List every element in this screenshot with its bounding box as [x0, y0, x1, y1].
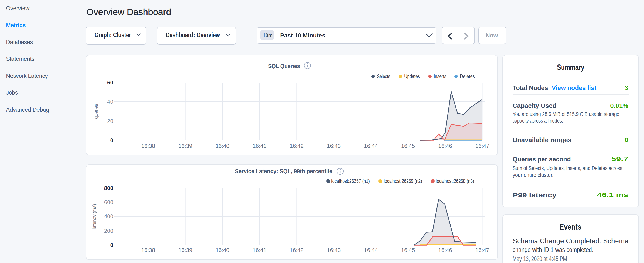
svg-text:May 13, 2020 at 4:45 PM: May 13, 2020 at 4:45 PM [512, 255, 567, 262]
svg-text:0: 0 [625, 136, 628, 143]
svg-text:You are using 28.6 MiB of 515.: You are using 28.6 MiB of 515.9 GiB usab… [512, 111, 619, 117]
svg-text:capacity across all nodes.: capacity across all nodes. [512, 117, 563, 124]
svg-text:Summary: Summary [557, 63, 584, 72]
svg-text:P99 latency: P99 latency [512, 191, 556, 198]
svg-text:change with ID 1 was completed: change with ID 1 was completed. [512, 246, 594, 253]
svg-text:59.7: 59.7 [611, 155, 628, 162]
svg-text:View nodes list: View nodes list [552, 84, 596, 91]
svg-text:Total Nodes: Total Nodes [512, 84, 548, 91]
svg-text:46.1 ms: 46.1 ms [597, 191, 628, 198]
svg-text:Capacity Used: Capacity Used [512, 102, 556, 109]
svg-text:Queries per second: Queries per second [512, 156, 571, 163]
svg-text:Schema Change Completed: Schem: Schema Change Completed: Schema [512, 237, 628, 245]
svg-text:Unavailable ranges: Unavailable ranges [512, 136, 572, 143]
svg-text:Events: Events [560, 222, 582, 231]
svg-text:your entire cluster.: your entire cluster. [512, 172, 554, 178]
svg-text:0.01%: 0.01% [610, 102, 628, 109]
svg-text:3: 3 [625, 84, 628, 91]
svg-text:Sum of Selects, Updates, Inser: Sum of Selects, Updates, Inserts, and De… [512, 165, 622, 171]
